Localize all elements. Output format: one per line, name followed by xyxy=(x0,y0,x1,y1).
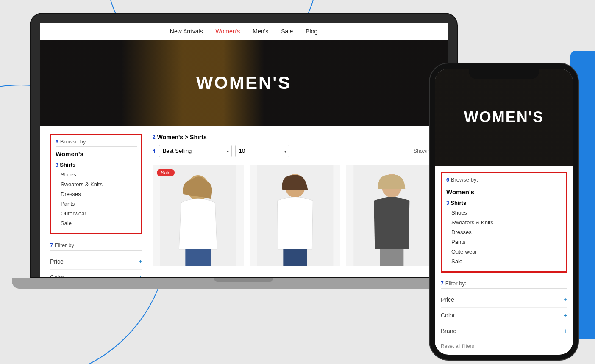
hero-title: WOMEN'S xyxy=(464,108,544,126)
product-image xyxy=(153,165,244,266)
plus-icon: + xyxy=(139,274,142,277)
browse-panel: 6 Browse by: Women's 3 Shirts Shoes Swea… xyxy=(441,172,567,273)
filter-color[interactable]: Color + xyxy=(441,308,567,323)
browse-item-pants[interactable]: Pants xyxy=(451,237,562,247)
laptop-mockup: New Arrivals Women's Men's Sale Blog WOM… xyxy=(30,13,458,289)
annotation-3: 3 xyxy=(56,162,58,168)
browse-item-label: Shirts xyxy=(60,162,75,168)
browse-header: 6 Browse by: xyxy=(446,176,562,185)
hero-banner: WOMEN'S xyxy=(435,69,573,166)
browse-label: Browse by: xyxy=(451,176,478,183)
filter-name: Color xyxy=(50,274,64,277)
nav-blog[interactable]: Blog xyxy=(306,28,317,35)
hero-banner: WOMEN'S xyxy=(40,40,448,126)
browse-item-sweaters[interactable]: Sweaters & Knits xyxy=(451,218,562,227)
annotation-6: 6 xyxy=(446,177,449,183)
browse-item-shirts[interactable]: 3 Shirts xyxy=(61,160,137,170)
browse-header: 6 Browse by: xyxy=(56,138,137,147)
pagesize-select[interactable]: 10 xyxy=(235,145,289,157)
plus-icon: + xyxy=(564,328,567,334)
browse-item-label: Shirts xyxy=(450,200,466,206)
nav-new-arrivals[interactable]: New Arrivals xyxy=(170,28,203,35)
nav-mens[interactable]: Men's xyxy=(253,28,268,35)
filter-panel: 7 Filter by: Price + Color + Brand xyxy=(50,242,142,277)
product-card[interactable]: Sale xyxy=(153,165,244,266)
browse-item-dresses[interactable]: Dresses xyxy=(451,227,562,237)
breadcrumb[interactable]: Women's > Shirts xyxy=(157,134,207,141)
nav-sale[interactable]: Sale xyxy=(281,28,293,35)
annotation-3: 3 xyxy=(446,200,449,206)
hero-title: WOMEN'S xyxy=(196,73,292,93)
browse-category[interactable]: Women's xyxy=(446,188,562,196)
product-card[interactable] xyxy=(346,165,437,266)
plus-icon: + xyxy=(564,296,567,303)
browse-category[interactable]: Women's xyxy=(56,150,137,157)
filter-price[interactable]: Price + xyxy=(50,254,142,270)
filter-price[interactable]: Price + xyxy=(441,292,567,308)
filter-label: Filter by: xyxy=(55,242,76,248)
sidebar: 6 Browse by: Women's 3 Shirts Shoes Swea… xyxy=(50,134,142,277)
phone-mockup: WOMEN'S 6 Browse by: Women's 3 Shirts Sh… xyxy=(430,63,578,360)
product-card[interactable] xyxy=(250,165,341,266)
annotation-6: 6 xyxy=(56,139,58,145)
browse-item-shirts[interactable]: 3 Shirts xyxy=(451,198,562,208)
browse-item-outerwear[interactable]: Outerwear xyxy=(451,247,562,256)
browse-list: 3 Shirts Shoes Sweaters & Knits Dresses … xyxy=(446,198,562,266)
svg-rect-2 xyxy=(185,249,211,266)
annotation-7: 7 xyxy=(50,243,53,248)
laptop-screen: New Arrivals Women's Men's Sale Blog WOM… xyxy=(40,23,448,277)
filter-color[interactable]: Color + xyxy=(50,270,142,277)
filter-header: 7 Filter by: xyxy=(50,242,142,251)
browse-label: Browse by: xyxy=(60,138,87,145)
filter-panel: 7 Filter by: Price + Color + Brand + Res… xyxy=(441,280,567,349)
filter-label: Filter by: xyxy=(445,280,467,287)
browse-list: 3 Shirts Shoes Sweaters & Knits Dresses … xyxy=(56,160,137,228)
laptop-base xyxy=(12,278,475,289)
browse-panel: 6 Browse by: Women's 3 Shirts Shoes Swea… xyxy=(50,134,142,234)
plus-icon: + xyxy=(139,258,142,265)
filter-brand[interactable]: Brand + xyxy=(441,323,567,339)
main-column: 2 Women's > Shirts 4 Best Selling 10 Sho… xyxy=(153,134,437,277)
browse-item-dresses[interactable]: Dresses xyxy=(61,189,137,199)
browse-item-sale[interactable]: Sale xyxy=(451,256,562,266)
browse-item-shoes[interactable]: Shoes xyxy=(61,170,137,179)
phone-body: 6 Browse by: Women's 3 Shirts Shoes Swea… xyxy=(435,166,573,355)
browse-item-sale[interactable]: Sale xyxy=(61,218,137,228)
reset-filters-link[interactable]: Reset all filters xyxy=(441,339,567,349)
browse-item-sweaters[interactable]: Sweaters & Knits xyxy=(61,179,137,189)
svg-rect-5 xyxy=(283,249,307,266)
product-image xyxy=(346,165,437,266)
svg-rect-8 xyxy=(380,249,404,266)
annotation-2: 2 xyxy=(153,134,156,140)
content-area: 6 Browse by: Women's 3 Shirts Shoes Swea… xyxy=(40,126,448,277)
controls-row: 4 Best Selling 10 Showing 1 xyxy=(153,145,437,157)
annotation-4: 4 xyxy=(153,148,156,154)
browse-item-outerwear[interactable]: Outerwear xyxy=(61,209,137,218)
laptop-frame: New Arrivals Women's Men's Sale Blog WOM… xyxy=(30,13,458,278)
product-image xyxy=(250,165,341,266)
filter-header: 7 Filter by: xyxy=(441,280,567,289)
plus-icon: + xyxy=(564,312,567,319)
annotation-7: 7 xyxy=(441,281,444,287)
filter-name: Price xyxy=(50,258,64,265)
filter-name: Price xyxy=(441,296,454,303)
phone-notch xyxy=(469,69,539,79)
sort-select[interactable]: Best Selling xyxy=(159,145,232,157)
top-nav: New Arrivals Women's Men's Sale Blog xyxy=(40,23,448,40)
filter-name: Color xyxy=(441,312,455,319)
breadcrumb-row: 2 Women's > Shirts xyxy=(153,134,437,141)
nav-womens[interactable]: Women's xyxy=(216,28,240,35)
browse-item-pants[interactable]: Pants xyxy=(61,199,137,209)
phone-screen: WOMEN'S 6 Browse by: Women's 3 Shirts Sh… xyxy=(435,69,573,355)
browse-item-shoes[interactable]: Shoes xyxy=(451,208,562,218)
sale-badge: Sale xyxy=(157,169,175,176)
filter-name: Brand xyxy=(441,328,456,334)
product-grid: Sale xyxy=(153,165,437,266)
